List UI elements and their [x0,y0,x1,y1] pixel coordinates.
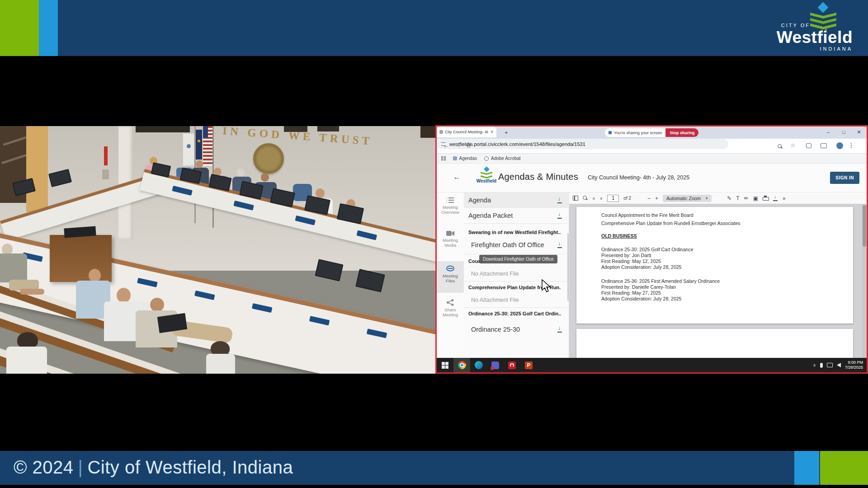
sign-in-button[interactable]: SIGN IN [830,172,859,184]
tab-favicon [439,130,443,134]
logo-state: INDIANA [767,46,853,52]
portal-back-icon[interactable]: ← [453,173,461,182]
display-icon[interactable] [827,363,833,367]
page-title: Agendas & Minutes [498,172,578,182]
download-icon[interactable] [557,197,563,203]
file-row-agenda[interactable]: Agenda [464,192,569,207]
taskbar-teams-icon[interactable] [487,358,504,372]
logo-chevron-icon [481,175,492,178]
file-row-ordinance-25-30[interactable]: Ordinance 25-30 [464,322,569,337]
logo-chevron-icon [810,18,836,24]
taskbar-powerpoint-icon[interactable]: P [520,358,537,372]
maximize-button[interactable]: □ [836,127,851,138]
system-tray: ∧ 9:00 PM 7/28/2025 [813,360,867,370]
nav-share-meeting[interactable]: ShareMeeting [437,297,464,326]
sharing-banner: You're sharing your screen Stop sharing [605,128,698,137]
speaker-icon[interactable] [837,363,841,367]
prev-page-icon[interactable]: ∧ [592,196,595,201]
bookmarks-bar: Agendas Adobe Acrobat [437,154,867,164]
name-plaque [137,278,158,287]
dais-counter-right [140,169,435,263]
forward-icon[interactable]: → [455,142,461,149]
start-button[interactable] [437,358,453,372]
portal-nav-rail: MeetingOverview MeetingMedia MeetingFile… [437,192,464,358]
name-plaque [252,303,273,313]
draw-tool-icon[interactable]: ✏ [744,195,749,202]
download-icon[interactable] [557,326,563,333]
logo-name: Westfield [767,28,853,47]
file-section-header: Ordinance 25-30: 2025 Golf Cart Ordin... [464,309,569,318]
zoom-out-icon[interactable]: − [647,195,651,202]
nav-meeting-media[interactable]: MeetingMedia [437,229,464,258]
tab-close-icon[interactable]: ✕ [490,130,494,134]
file-row-firefighter-oath[interactable]: Firefighter Oath Of Office [464,238,569,252]
zoom-page-icon[interactable] [778,143,783,151]
pdf-page-1: Council Appointment to the Fire Merit Bo… [576,207,853,324]
browser-tab[interactable]: City Council Meeting- 4th • Ag ✕ [437,127,496,137]
highlight-icon[interactable]: ✎ [727,195,731,202]
taskbar-clock[interactable]: 9:00 PM 7/28/2025 [845,360,863,370]
council-member-head [237,169,245,177]
new-tab-button[interactable]: + [505,129,508,136]
wall-accent [26,126,48,212]
window-pane [317,126,339,131]
profile-avatar[interactable] [836,142,843,149]
bookmark-acrobat[interactable]: Adobe Acrobat [484,156,521,161]
portal-logo: Westfield [476,167,497,183]
chevron-down-icon: ∨ [705,196,708,200]
name-plaque [172,186,193,196]
windows-taskbar: P ∧ 9:00 PM 7/28/2025 [437,358,867,372]
zoom-select[interactable]: Automatic Zoom ∨ [663,195,712,202]
save-icon[interactable] [773,196,778,201]
audience-person [6,347,47,374]
brand-green-square [820,451,868,485]
meeting-title: City Council Meeting- 4th - July 28, 202… [588,174,689,181]
taskbar-chrome-icon[interactable] [453,358,470,372]
back-icon[interactable]: ← [443,142,449,149]
pdf-document-area[interactable]: Council Appointment to the Fire Merit Bo… [569,204,862,358]
nav-meeting-overview[interactable]: MeetingOverview [437,195,464,224]
download-icon[interactable] [557,212,563,219]
file-section-header: Comprehensive Plan Update from Run... [464,283,569,292]
name-plaque [309,316,330,325]
microphone-icon[interactable] [820,363,823,368]
taskbar-edge-icon[interactable] [470,358,487,372]
fire-extinguisher [104,146,108,165]
westfield-logo: CITY OF Westfield INDIANA [767,3,853,54]
url-bar[interactable]: westfieldin.portal.civicclerk.com/event/… [437,139,728,149]
audience-head [150,298,164,312]
taskbar-acrobat-icon[interactable] [504,358,520,372]
print-icon[interactable] [763,196,768,201]
reload-icon[interactable]: ⟳ [467,142,472,149]
bookmark-agendas[interactable]: Agendas [453,156,477,161]
tray-chevron-icon[interactable]: ∧ [813,363,816,367]
extensions-icon[interactable] [806,143,811,148]
stop-sharing-button[interactable]: Stop sharing [665,128,698,137]
pdf-scrollbar[interactable] [862,204,867,358]
more-tools-icon[interactable]: » [783,195,786,202]
bottom-banner: © 2024|City of Westfield, Indiana [0,451,868,485]
name-plaque [233,201,254,211]
copyright-line: © 2024|City of Westfield, Indiana [14,457,293,478]
next-page-icon[interactable]: ∨ [600,196,603,201]
bookmark-star-icon[interactable]: ☆ [790,142,795,149]
search-icon[interactable] [583,196,588,201]
file-row-agenda-packet[interactable]: Agenda Packet [464,208,569,223]
page-number-input[interactable] [607,195,619,202]
pdf-sidebar-icon[interactable] [573,196,578,201]
zoom-in-icon[interactable]: + [655,195,658,202]
nav-meeting-files[interactable]: MeetingFiles [437,261,464,293]
apps-grid-icon[interactable] [441,156,446,161]
text-tool-icon[interactable]: T [736,195,739,202]
minimize-button[interactable]: – [821,127,836,138]
image-tool-icon[interactable]: ▣ [753,195,758,202]
globe-icon [484,156,489,161]
flag-emblem [187,144,191,148]
download-icon[interactable] [557,242,563,248]
close-button[interactable]: ✕ [851,127,867,138]
list-scrollbar[interactable] [567,233,569,301]
indiana-flag [196,130,202,160]
menu-dots-icon[interactable]: ⋮ [849,142,854,149]
wall-motto: IN GOD WE TRUST [222,126,373,148]
tab-capture-icon[interactable] [821,143,827,148]
